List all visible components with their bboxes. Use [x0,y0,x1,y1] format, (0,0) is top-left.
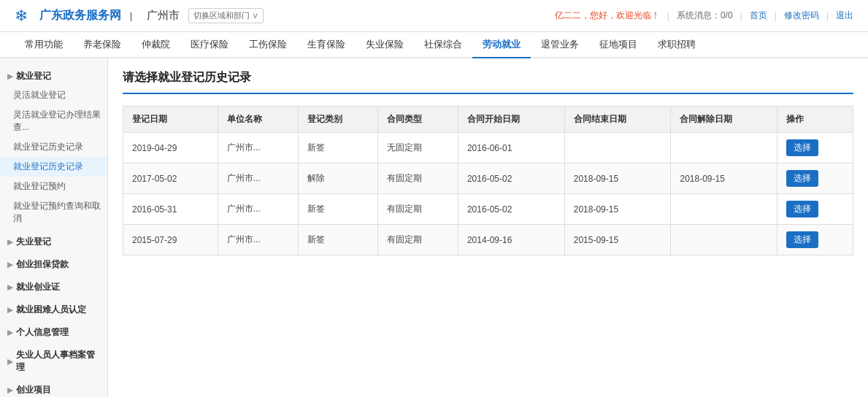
cell-action-1[interactable]: 选择 [777,163,853,194]
cell-end-date-2: 2018-09-15 [564,194,671,225]
sidebar-group-label-cert: 就业创业证 [16,281,60,293]
sidebar-group-difficult: ▶ 就业困难人员认定 [0,299,107,319]
cell-start-date-3: 2014-09-16 [458,225,564,255]
nav-item-6[interactable]: 失业保险 [356,32,414,58]
logo-text: 广东政务服务网 [39,8,121,23]
nav-item-8[interactable]: 劳动就业 [472,32,531,58]
nav-item-0[interactable]: 常用功能 [15,32,73,58]
nav-item-10[interactable]: 征地项目 [589,32,648,58]
sidebar-group-label-loan: 创业担保贷款 [16,258,69,271]
nav-item-5[interactable]: 生育保险 [297,32,356,58]
logo-icon: ❄ [15,7,28,26]
expand-arrow-icon-5: ▶ [7,306,13,314]
sidebar-group-label-personal: 个人信息管理 [16,326,69,339]
cell-start-date-1: 2016-05-02 [458,163,564,194]
col-header-date: 登记日期 [123,107,218,133]
cell-action-3[interactable]: 选择 [777,225,853,255]
user-greeting: 亿二二，您好，欢迎光临！ [555,9,660,22]
sidebar-group-title-loan[interactable]: ▶ 创业担保贷款 [0,254,107,274]
col-header-end-date: 合同结束日期 [564,107,671,133]
cell-contract-type-1: 有固定期 [378,163,458,194]
nav-item-9[interactable]: 退管业务 [531,32,589,58]
sidebar-group-label-archive: 失业人员人事档案管理 [16,349,100,374]
nav-item-7[interactable]: 社保综合 [414,32,472,58]
cell-cancel-date-0 [671,133,777,163]
cell-date-2: 2016-05-31 [123,194,218,225]
nav-item-2[interactable]: 仲裁院 [131,32,180,58]
sidebar-group-startup: ▶ 创业项目 [0,379,107,397]
cell-end-date-0 [564,133,671,163]
content-area: 请选择就业登记历史记录 登记日期 单位名称 登记类别 合同类型 合同开始日期 合… [108,58,868,397]
nav-item-3[interactable]: 医疗保险 [180,32,239,58]
sidebar: ▶ 就业登记 灵活就业登记 灵活就业登记办理结果查... 就业登记历史记录 就业… [0,58,108,397]
sidebar-group-title-unemployment[interactable]: ▶ 失业登记 [0,231,107,251]
nav-item-1[interactable]: 养老保险 [73,32,131,58]
select-button-1[interactable]: 选择 [786,170,818,187]
page-title: 请选择就业登记历史记录 [123,70,853,94]
select-button-2[interactable]: 选择 [786,201,818,217]
header-left: ❄ 广东政务服务网 | 广州市 切换区域和部门 ∨ [15,7,264,26]
table-header-row: 登记日期 单位名称 登记类别 合同类型 合同开始日期 合同结束日期 合同解除日期… [123,107,853,133]
select-button-0[interactable]: 选择 [786,139,818,156]
expand-arrow-icon-7: ▶ [7,358,13,366]
sidebar-item-employment-appointment-cancel[interactable]: 就业登记预约查询和取消 [0,196,107,228]
cell-contract-type-3: 有固定期 [378,225,458,255]
sidebar-group-label-unemployment: 失业登记 [16,236,51,248]
sidebar-group-title-cert[interactable]: ▶ 就业创业证 [0,277,107,296]
cell-company-3: 广州市... [218,225,298,255]
sidebar-group-employment: ▶ 就业登记 灵活就业登记 灵活就业登记办理结果查... 就业登记历史记录 就业… [0,66,107,228]
sidebar-group-title-archive[interactable]: ▶ 失业人员人事档案管理 [0,344,107,377]
header: ❄ 广东政务服务网 | 广州市 切换区域和部门 ∨ 亿二二，您好，欢迎光临！ |… [0,0,868,32]
select-button-3[interactable]: 选择 [786,231,818,248]
cell-date-3: 2015-07-29 [123,225,218,255]
cell-type-2: 新签 [298,194,378,225]
change-pwd-link[interactable]: 修改密码 [784,9,819,22]
cell-end-date-1: 2018-09-15 [564,163,671,194]
cell-action-2[interactable]: 选择 [777,194,853,225]
city-name: 广州市 [147,9,180,23]
cell-start-date-0: 2016-06-01 [458,133,564,163]
sidebar-item-flexible-result[interactable]: 灵活就业登记办理结果查... [0,105,107,137]
table-row: 2019-04-29 广州市... 新签 无固定期 2016-06-01 选择 [123,133,853,163]
table-row: 2017-05-02 广州市... 解除 有固定期 2016-05-02 201… [123,163,853,194]
cell-company-2: 广州市... [218,194,298,225]
sidebar-group-title-personal[interactable]: ▶ 个人信息管理 [0,322,107,342]
sidebar-group-archive: ▶ 失业人员人事档案管理 [0,344,107,377]
nav-item-4[interactable]: 工伤保险 [239,32,297,58]
sidebar-item-flexible-employment[interactable]: 灵活就业登记 [0,85,107,105]
sidebar-group-title-startup[interactable]: ▶ 创业项目 [0,379,107,397]
header-right: 亿二二，您好，欢迎光临！ | 系统消息：0/0 | 首页 | 修改密码 | 退出 [555,9,853,22]
col-header-start-date: 合同开始日期 [458,107,564,133]
col-header-action: 操作 [777,107,853,133]
home-link[interactable]: 首页 [750,9,767,22]
sidebar-group-personal: ▶ 个人信息管理 [0,322,107,342]
sidebar-group-title-employment[interactable]: ▶ 就业登记 [0,66,107,85]
sidebar-group-cert: ▶ 就业创业证 [0,277,107,296]
city-switch-button[interactable]: 切换区域和部门 ∨ [188,8,264,23]
sidebar-group-title-difficult[interactable]: ▶ 就业困难人员认定 [0,299,107,319]
logout-link[interactable]: 退出 [836,9,853,22]
sidebar-group-label-employment: 就业登记 [16,70,51,82]
sidebar-item-employment-history-1[interactable]: 就业登记历史记录 [0,137,107,157]
cell-type-0: 新签 [298,133,378,163]
main-layout: ▶ 就业登记 灵活就业登记 灵活就业登记办理结果查... 就业登记历史记录 就业… [0,58,868,397]
system-msg: 系统消息：0/0 [677,9,733,22]
col-header-contract-type: 合同类型 [378,107,458,133]
sidebar-item-employment-history-2[interactable]: 就业登记历史记录 [0,157,107,177]
header-divider: | [130,11,132,21]
sidebar-item-employment-appointment[interactable]: 就业登记预约 [0,177,107,196]
table-row: 2015-07-29 广州市... 新签 有固定期 2014-09-16 201… [123,225,853,255]
col-header-company: 单位名称 [218,107,298,133]
col-header-cancel-date: 合同解除日期 [671,107,777,133]
cell-date-1: 2017-05-02 [123,163,218,194]
nav-item-11[interactable]: 求职招聘 [648,32,706,58]
cell-end-date-3: 2015-09-15 [564,225,671,255]
sidebar-group-unemployment: ▶ 失业登记 [0,231,107,251]
cell-action-0[interactable]: 选择 [777,133,853,163]
sidebar-group-label-difficult: 就业困难人员认定 [16,304,86,316]
cell-date-0: 2019-04-29 [123,133,218,163]
cell-cancel-date-2 [671,194,777,225]
sidebar-group-loan: ▶ 创业担保贷款 [0,254,107,274]
col-header-type: 登记类别 [298,107,378,133]
cell-cancel-date-3 [671,225,777,255]
